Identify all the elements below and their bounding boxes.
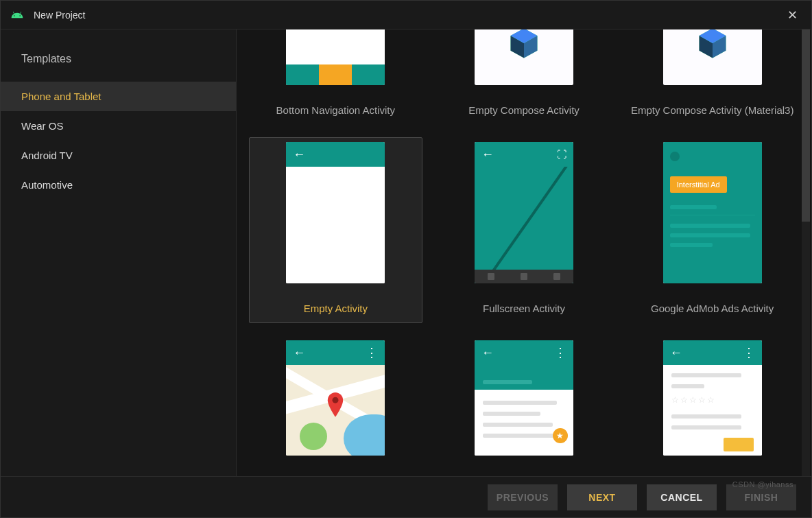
template-empty-compose-m3[interactable]: Empty Compose Activity (Material3) [625, 30, 799, 125]
interstitial-ad-tag: Interstitial Ad [670, 176, 727, 193]
next-button[interactable]: NEXT [567, 484, 637, 510]
back-arrow-icon: ← [481, 148, 494, 162]
window-title: New Project [34, 10, 783, 21]
templates-sidebar: Templates Phone and Tablet Wear OS Andro… [1, 30, 237, 476]
template-maps-activity[interactable]: ←⋮ [249, 335, 422, 464]
template-admob-ads-activity[interactable]: Interstitial Ad Google AdMob Ads Activit… [625, 137, 799, 323]
template-label: Empty Compose Activity (Material3) [631, 104, 794, 116]
menu-dots-icon: ⋮ [366, 345, 378, 360]
sidebar-item-wear-os[interactable]: Wear OS [1, 111, 236, 141]
sidebar-item-android-tv[interactable]: Android TV [1, 141, 236, 170]
sidebar-item-label: Phone and Tablet [21, 91, 102, 102]
template-label: Bottom Navigation Activity [276, 104, 395, 116]
sidebar-item-label: Automotive [21, 179, 73, 191]
previous-button: PREVIOUS [488, 484, 558, 510]
cancel-button[interactable]: CANCEL [647, 484, 717, 510]
menu-dots-icon: ⋮ [743, 345, 755, 360]
dialog-body: Templates Phone and Tablet Wear OS Andro… [1, 30, 811, 476]
menu-dots-icon: ⋮ [554, 345, 566, 360]
jetpack-compose-icon [505, 30, 542, 62]
map-pin-icon [326, 392, 345, 419]
svg-point-8 [333, 397, 339, 403]
template-gallery[interactable]: Bottom Navigation Activity [237, 30, 811, 476]
template-fullscreen-activity[interactable]: ←⛶ Fullscreen Activity [438, 137, 611, 323]
template-responsive-activity[interactable]: ←⋮ ☆☆☆☆☆ [625, 335, 799, 464]
android-studio-icon [10, 8, 24, 22]
sidebar-item-phone-tablet[interactable]: Phone and Tablet [1, 82, 236, 111]
template-primary-detail[interactable]: ←⋮ ★ [438, 335, 611, 464]
sidebar-item-label: Android TV [21, 150, 73, 161]
template-empty-compose[interactable]: Empty Compose Activity [438, 30, 611, 125]
template-empty-activity[interactable]: ← Empty Activity [249, 137, 422, 323]
sidebar-item-automotive[interactable]: Automotive [1, 170, 236, 200]
sidebar-heading: Templates [1, 46, 236, 82]
template-label: Fullscreen Activity [483, 303, 565, 314]
scrollbar-thumb[interactable] [802, 30, 810, 222]
fullscreen-icon: ⛶ [557, 149, 566, 160]
back-arrow-icon: ← [670, 346, 682, 360]
back-arrow-icon: ← [481, 346, 494, 360]
rating-stars-icon: ☆☆☆☆☆ [671, 395, 754, 405]
sidebar-item-label: Wear OS [21, 120, 63, 132]
new-project-dialog: New Project ✕ Templates Phone and Tablet… [0, 0, 812, 518]
dialog-footer: PREVIOUS NEXT CANCEL FINISH CSDN @yihans… [1, 476, 811, 517]
back-arrow-icon: ← [293, 346, 305, 360]
finish-button: FINISH [726, 484, 796, 510]
template-label: Empty Compose Activity [468, 104, 580, 116]
template-label: Google AdMob Ads Activity [651, 303, 774, 314]
template-bottom-navigation[interactable]: Bottom Navigation Activity [249, 30, 422, 125]
back-arrow-icon: ← [293, 148, 305, 162]
star-icon: ★ [553, 428, 568, 443]
titlebar: New Project ✕ [1, 1, 811, 30]
template-label: Empty Activity [304, 303, 368, 314]
close-icon[interactable]: ✕ [783, 5, 802, 25]
jetpack-compose-icon [694, 30, 731, 62]
